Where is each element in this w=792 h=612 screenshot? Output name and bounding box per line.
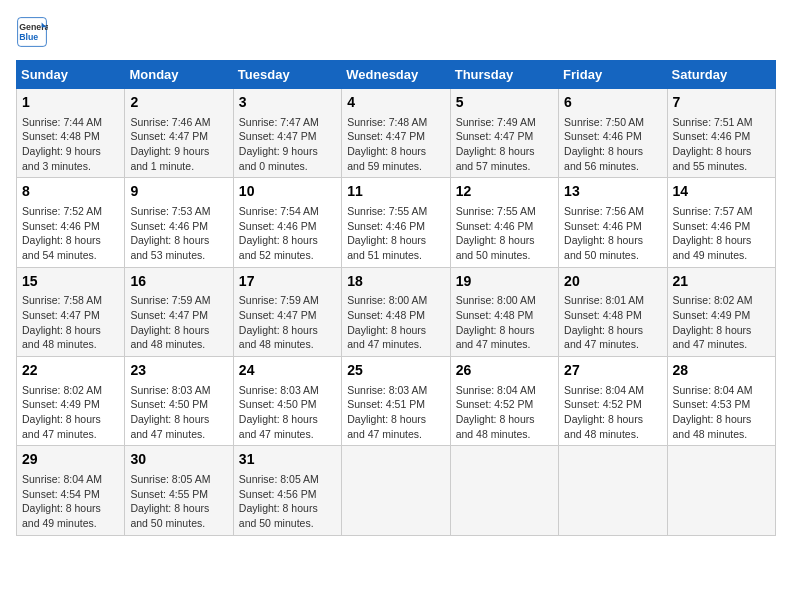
day-number: 23 — [130, 361, 227, 381]
calendar-cell: 21Sunrise: 8:02 AM Sunset: 4:49 PM Dayli… — [667, 267, 775, 356]
day-info: Sunrise: 8:04 AM Sunset: 4:53 PM Dayligh… — [673, 383, 770, 442]
day-number: 14 — [673, 182, 770, 202]
day-number: 26 — [456, 361, 553, 381]
day-number: 10 — [239, 182, 336, 202]
column-header-sunday: Sunday — [17, 61, 125, 89]
calendar-week-1: 1Sunrise: 7:44 AM Sunset: 4:48 PM Daylig… — [17, 89, 776, 178]
day-number: 9 — [130, 182, 227, 202]
column-header-tuesday: Tuesday — [233, 61, 341, 89]
calendar-cell: 31Sunrise: 8:05 AM Sunset: 4:56 PM Dayli… — [233, 446, 341, 535]
day-info: Sunrise: 7:44 AM Sunset: 4:48 PM Dayligh… — [22, 115, 119, 174]
day-number: 7 — [673, 93, 770, 113]
calendar-cell: 6Sunrise: 7:50 AM Sunset: 4:46 PM Daylig… — [559, 89, 667, 178]
day-number: 8 — [22, 182, 119, 202]
day-number: 6 — [564, 93, 661, 113]
day-number: 16 — [130, 272, 227, 292]
calendar-cell: 18Sunrise: 8:00 AM Sunset: 4:48 PM Dayli… — [342, 267, 450, 356]
day-number: 13 — [564, 182, 661, 202]
day-number: 15 — [22, 272, 119, 292]
day-number: 4 — [347, 93, 444, 113]
calendar-cell: 17Sunrise: 7:59 AM Sunset: 4:47 PM Dayli… — [233, 267, 341, 356]
day-info: Sunrise: 8:02 AM Sunset: 4:49 PM Dayligh… — [673, 293, 770, 352]
day-number: 17 — [239, 272, 336, 292]
calendar-cell — [667, 446, 775, 535]
day-number: 22 — [22, 361, 119, 381]
day-info: Sunrise: 8:05 AM Sunset: 4:55 PM Dayligh… — [130, 472, 227, 531]
day-number: 21 — [673, 272, 770, 292]
day-info: Sunrise: 8:03 AM Sunset: 4:50 PM Dayligh… — [239, 383, 336, 442]
day-info: Sunrise: 8:00 AM Sunset: 4:48 PM Dayligh… — [456, 293, 553, 352]
calendar-cell: 30Sunrise: 8:05 AM Sunset: 4:55 PM Dayli… — [125, 446, 233, 535]
day-number: 1 — [22, 93, 119, 113]
day-info: Sunrise: 8:02 AM Sunset: 4:49 PM Dayligh… — [22, 383, 119, 442]
day-info: Sunrise: 7:49 AM Sunset: 4:47 PM Dayligh… — [456, 115, 553, 174]
calendar-cell: 19Sunrise: 8:00 AM Sunset: 4:48 PM Dayli… — [450, 267, 558, 356]
day-info: Sunrise: 7:55 AM Sunset: 4:46 PM Dayligh… — [456, 204, 553, 263]
calendar-cell: 28Sunrise: 8:04 AM Sunset: 4:53 PM Dayli… — [667, 357, 775, 446]
calendar-header-row: SundayMondayTuesdayWednesdayThursdayFrid… — [17, 61, 776, 89]
day-number: 25 — [347, 361, 444, 381]
calendar-cell: 15Sunrise: 7:58 AM Sunset: 4:47 PM Dayli… — [17, 267, 125, 356]
day-number: 24 — [239, 361, 336, 381]
day-number: 12 — [456, 182, 553, 202]
day-info: Sunrise: 7:56 AM Sunset: 4:46 PM Dayligh… — [564, 204, 661, 263]
day-info: Sunrise: 7:55 AM Sunset: 4:46 PM Dayligh… — [347, 204, 444, 263]
calendar-cell: 11Sunrise: 7:55 AM Sunset: 4:46 PM Dayli… — [342, 178, 450, 267]
day-info: Sunrise: 8:05 AM Sunset: 4:56 PM Dayligh… — [239, 472, 336, 531]
calendar-cell — [559, 446, 667, 535]
column-header-thursday: Thursday — [450, 61, 558, 89]
calendar-week-2: 8Sunrise: 7:52 AM Sunset: 4:46 PM Daylig… — [17, 178, 776, 267]
calendar-week-3: 15Sunrise: 7:58 AM Sunset: 4:47 PM Dayli… — [17, 267, 776, 356]
calendar-cell: 14Sunrise: 7:57 AM Sunset: 4:46 PM Dayli… — [667, 178, 775, 267]
calendar-cell: 16Sunrise: 7:59 AM Sunset: 4:47 PM Dayli… — [125, 267, 233, 356]
day-info: Sunrise: 8:03 AM Sunset: 4:51 PM Dayligh… — [347, 383, 444, 442]
day-info: Sunrise: 7:52 AM Sunset: 4:46 PM Dayligh… — [22, 204, 119, 263]
svg-text:Blue: Blue — [19, 32, 38, 42]
calendar-cell: 4Sunrise: 7:48 AM Sunset: 4:47 PM Daylig… — [342, 89, 450, 178]
day-info: Sunrise: 7:53 AM Sunset: 4:46 PM Dayligh… — [130, 204, 227, 263]
column-header-monday: Monday — [125, 61, 233, 89]
day-info: Sunrise: 7:46 AM Sunset: 4:47 PM Dayligh… — [130, 115, 227, 174]
calendar-cell: 22Sunrise: 8:02 AM Sunset: 4:49 PM Dayli… — [17, 357, 125, 446]
day-info: Sunrise: 7:48 AM Sunset: 4:47 PM Dayligh… — [347, 115, 444, 174]
day-info: Sunrise: 7:59 AM Sunset: 4:47 PM Dayligh… — [239, 293, 336, 352]
calendar-cell: 27Sunrise: 8:04 AM Sunset: 4:52 PM Dayli… — [559, 357, 667, 446]
calendar-cell: 26Sunrise: 8:04 AM Sunset: 4:52 PM Dayli… — [450, 357, 558, 446]
calendar-cell: 13Sunrise: 7:56 AM Sunset: 4:46 PM Dayli… — [559, 178, 667, 267]
day-info: Sunrise: 8:04 AM Sunset: 4:52 PM Dayligh… — [564, 383, 661, 442]
day-info: Sunrise: 8:03 AM Sunset: 4:50 PM Dayligh… — [130, 383, 227, 442]
calendar-cell: 5Sunrise: 7:49 AM Sunset: 4:47 PM Daylig… — [450, 89, 558, 178]
page-header: General Blue — [16, 16, 776, 48]
day-number: 29 — [22, 450, 119, 470]
column-header-friday: Friday — [559, 61, 667, 89]
column-header-saturday: Saturday — [667, 61, 775, 89]
day-info: Sunrise: 7:51 AM Sunset: 4:46 PM Dayligh… — [673, 115, 770, 174]
calendar-cell: 20Sunrise: 8:01 AM Sunset: 4:48 PM Dayli… — [559, 267, 667, 356]
day-number: 30 — [130, 450, 227, 470]
logo: General Blue — [16, 16, 52, 48]
calendar-cell — [342, 446, 450, 535]
calendar-cell: 1Sunrise: 7:44 AM Sunset: 4:48 PM Daylig… — [17, 89, 125, 178]
day-number: 3 — [239, 93, 336, 113]
svg-text:General: General — [19, 22, 48, 32]
day-number: 27 — [564, 361, 661, 381]
day-info: Sunrise: 7:54 AM Sunset: 4:46 PM Dayligh… — [239, 204, 336, 263]
calendar-cell: 23Sunrise: 8:03 AM Sunset: 4:50 PM Dayli… — [125, 357, 233, 446]
calendar-body: 1Sunrise: 7:44 AM Sunset: 4:48 PM Daylig… — [17, 89, 776, 536]
calendar-cell: 29Sunrise: 8:04 AM Sunset: 4:54 PM Dayli… — [17, 446, 125, 535]
day-number: 31 — [239, 450, 336, 470]
day-number: 28 — [673, 361, 770, 381]
calendar-cell: 3Sunrise: 7:47 AM Sunset: 4:47 PM Daylig… — [233, 89, 341, 178]
day-info: Sunrise: 7:47 AM Sunset: 4:47 PM Dayligh… — [239, 115, 336, 174]
calendar-cell: 24Sunrise: 8:03 AM Sunset: 4:50 PM Dayli… — [233, 357, 341, 446]
calendar-cell: 2Sunrise: 7:46 AM Sunset: 4:47 PM Daylig… — [125, 89, 233, 178]
calendar-cell: 9Sunrise: 7:53 AM Sunset: 4:46 PM Daylig… — [125, 178, 233, 267]
calendar-cell: 25Sunrise: 8:03 AM Sunset: 4:51 PM Dayli… — [342, 357, 450, 446]
calendar-cell: 7Sunrise: 7:51 AM Sunset: 4:46 PM Daylig… — [667, 89, 775, 178]
day-info: Sunrise: 8:04 AM Sunset: 4:54 PM Dayligh… — [22, 472, 119, 531]
day-info: Sunrise: 7:57 AM Sunset: 4:46 PM Dayligh… — [673, 204, 770, 263]
day-number: 2 — [130, 93, 227, 113]
day-info: Sunrise: 8:04 AM Sunset: 4:52 PM Dayligh… — [456, 383, 553, 442]
day-info: Sunrise: 7:58 AM Sunset: 4:47 PM Dayligh… — [22, 293, 119, 352]
calendar-table: SundayMondayTuesdayWednesdayThursdayFrid… — [16, 60, 776, 536]
